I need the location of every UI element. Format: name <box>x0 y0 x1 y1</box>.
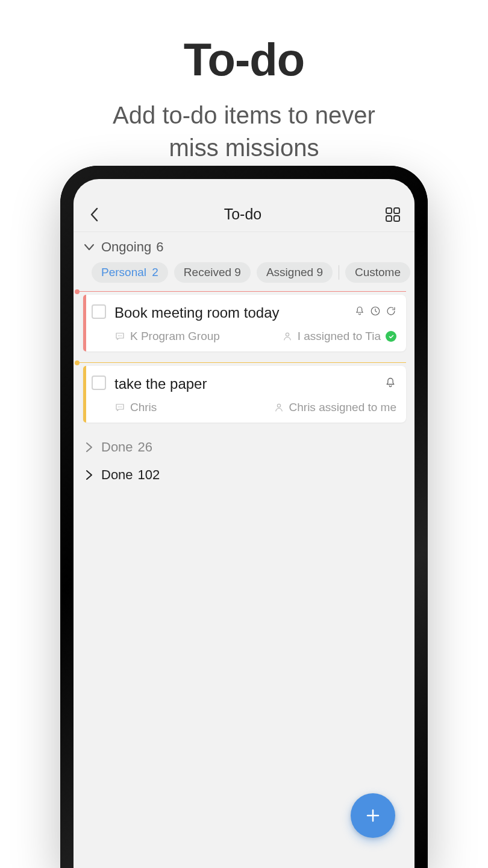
todo-meta: K Program Group I assigned to Tia <box>114 330 396 343</box>
svg-point-7 <box>121 335 122 336</box>
timeline-dot <box>75 360 80 365</box>
card-accent <box>83 366 86 423</box>
todo-source: K Program Group <box>114 330 220 343</box>
ongoing-label: Ongoing <box>101 239 151 255</box>
page-title: To-do <box>224 206 262 223</box>
chat-icon <box>114 331 125 342</box>
grid-view-button[interactable] <box>383 205 402 224</box>
svg-point-12 <box>277 404 280 407</box>
todo-card[interactable]: Book meeting room today K Program Group <box>83 295 406 351</box>
todo-assignee: Chris assigned to me <box>274 401 396 414</box>
todo-title: take the paper <box>114 376 396 392</box>
todo-card-wrap: Book meeting room today K Program Group <box>74 291 414 362</box>
svg-rect-1 <box>394 208 399 213</box>
person-icon <box>282 331 293 342</box>
todo-meta: Chris Chris assigned to me <box>114 401 396 414</box>
promo-subtitle-line2: miss missions <box>169 134 319 161</box>
svg-rect-2 <box>386 216 392 221</box>
chevron-right-icon <box>81 470 98 480</box>
back-button[interactable] <box>86 206 102 223</box>
promo-title: To-do <box>0 33 488 86</box>
bell-icon <box>384 377 396 389</box>
chip-label: Personal <box>101 266 146 278</box>
chip-separator <box>339 265 339 280</box>
status-bar <box>74 179 414 197</box>
svg-rect-3 <box>394 216 399 221</box>
chevron-down-icon <box>81 244 98 251</box>
todo-list: Book meeting room today K Program Group <box>74 291 414 433</box>
filter-chip-received[interactable]: Received 9 <box>174 262 251 283</box>
done-section-header-2[interactable]: Done 102 <box>74 461 414 489</box>
todo-card[interactable]: take the paper Chris Chris assigned to m… <box>83 366 406 423</box>
person-icon <box>274 402 284 413</box>
chip-label: Assigned <box>266 266 313 278</box>
todo-assignee: I assigned to Tia <box>282 330 396 343</box>
chip-label: Received <box>184 266 231 278</box>
done-label: Done <box>101 439 133 455</box>
chip-count: 2 <box>152 266 158 278</box>
promo-subtitle-line1: Add to-do items to never <box>113 102 375 128</box>
ongoing-count: 6 <box>156 239 163 255</box>
todo-card-wrap: take the paper Chris Chris assigned to m… <box>74 362 414 433</box>
done-label: Done <box>101 467 133 483</box>
filter-chips-row: Personal 2 Received 9 Assigned 9 Custome <box>74 262 414 291</box>
chip-count: 9 <box>316 266 323 278</box>
chip-label: Custome <box>355 266 401 278</box>
done-section-header-1[interactable]: Done 26 <box>74 433 414 461</box>
timeline-dot <box>75 289 80 294</box>
svg-point-9 <box>118 406 119 407</box>
timeline-line <box>78 291 406 292</box>
phone-frame: To-do Ongoing 6 Personal 2 <box>60 166 428 868</box>
filter-chip-custom[interactable]: Custome <box>345 262 410 283</box>
svg-rect-0 <box>386 208 392 213</box>
todo-status-icons <box>354 306 396 316</box>
svg-point-11 <box>121 406 122 407</box>
filter-chip-personal[interactable]: Personal 2 <box>92 262 168 283</box>
refresh-icon <box>386 306 396 316</box>
done-count: 102 <box>138 467 160 483</box>
phone-screen: To-do Ongoing 6 Personal 2 <box>74 179 414 868</box>
todo-status-icons <box>384 377 396 389</box>
source-label: K Program Group <box>130 330 220 343</box>
grid-icon <box>385 207 401 222</box>
chip-count: 9 <box>234 266 241 278</box>
chevron-left-icon <box>89 207 99 222</box>
done-count: 26 <box>138 439 152 455</box>
plus-icon <box>364 807 381 824</box>
check-badge-icon <box>386 331 396 342</box>
assignee-label: I assigned to Tia <box>298 330 381 343</box>
svg-point-10 <box>119 406 120 407</box>
source-label: Chris <box>130 401 157 414</box>
chat-icon <box>114 402 125 413</box>
chevron-right-icon <box>81 442 98 453</box>
promo-subtitle: Add to-do items to never miss missions <box>0 99 488 164</box>
ongoing-section-header[interactable]: Ongoing 6 <box>74 232 414 262</box>
todo-checkbox[interactable] <box>92 304 106 319</box>
card-accent <box>83 295 86 351</box>
add-todo-button[interactable] <box>351 793 395 838</box>
svg-point-6 <box>119 335 120 336</box>
todo-checkbox[interactable] <box>92 376 106 390</box>
svg-point-5 <box>118 335 119 336</box>
bell-icon <box>354 306 365 316</box>
clock-icon <box>370 306 381 316</box>
svg-point-8 <box>286 333 289 336</box>
app-header: To-do <box>74 197 414 232</box>
todo-source: Chris <box>114 401 157 414</box>
filter-chip-assigned[interactable]: Assigned 9 <box>257 262 333 283</box>
timeline-line <box>78 362 406 363</box>
assignee-label: Chris assigned to me <box>289 401 396 414</box>
